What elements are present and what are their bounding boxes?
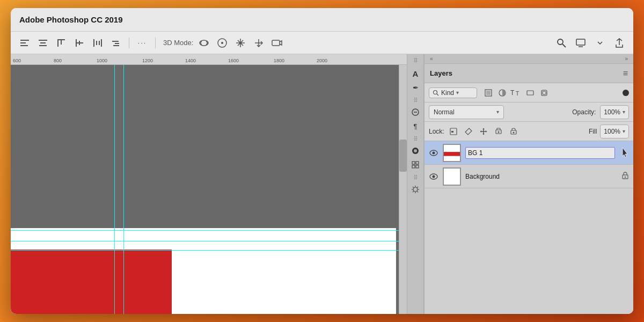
opacity-value-text: 100% — [604, 108, 620, 116]
svg-point-48 — [513, 131, 514, 133]
svg-point-58 — [433, 175, 435, 178]
align-top-icon[interactable] — [54, 35, 69, 50]
kind-chevron: ▾ — [456, 90, 459, 96]
horizontal-ruler: 600 800 1000 1200 1400 1600 1800 2000 — [11, 54, 407, 65]
layer-item-background[interactable]: Background — [425, 165, 633, 188]
brush-tool-mini[interactable] — [409, 106, 422, 119]
mini-tools-panel: A ✒ ¶ — [407, 54, 424, 314]
search-button[interactable] — [554, 35, 569, 50]
pen-tool-mini[interactable]: ✒ — [409, 81, 422, 94]
layer-thumbnail-background — [443, 167, 461, 186]
svg-point-19 — [200, 40, 208, 46]
lock-row: Lock: Fill — [425, 122, 633, 141]
ruler-mark-800: 800 — [54, 58, 62, 63]
kind-filter-icons: T T — [482, 87, 550, 99]
canvas-area: 600 800 1000 1200 1400 1600 1800 2000 — [11, 54, 407, 314]
svg-line-24 — [562, 44, 566, 47]
kind-pixel-icon[interactable] — [482, 87, 494, 99]
lock-pixels-button[interactable] — [448, 126, 459, 137]
light-tool-mini[interactable] — [409, 183, 422, 196]
ruler-marks: 600 800 1000 1200 1400 1600 1800 2000 — [11, 54, 407, 64]
ruler-mark-1800: 1800 — [274, 58, 284, 63]
svg-point-23 — [558, 39, 563, 45]
color-tool-mini[interactable] — [409, 144, 422, 157]
layers-title: Layers — [430, 69, 452, 77]
workspace-button[interactable] — [573, 35, 588, 50]
layer-name-input-bg1[interactable] — [465, 147, 615, 159]
lock-paint-button[interactable] — [463, 126, 474, 137]
svg-rect-29 — [412, 162, 415, 164]
toolbar-sep-1 — [129, 38, 129, 48]
grip-mid2 — [414, 135, 417, 142]
align-middle-icon[interactable] — [72, 35, 87, 50]
svg-rect-54 — [460, 144, 460, 162]
opacity-input[interactable]: 100% ▾ — [600, 105, 629, 119]
lock-all-button[interactable] — [508, 126, 519, 137]
layer-visibility-bg1[interactable] — [429, 148, 438, 158]
svg-rect-8 — [61, 39, 62, 45]
align-right-icon[interactable] — [108, 35, 123, 50]
svg-point-21 — [221, 42, 223, 44]
svg-rect-5 — [39, 45, 47, 46]
svg-rect-40 — [527, 91, 533, 95]
type-tool-mini[interactable]: ¶ — [409, 120, 422, 133]
ruler-mark-1000: 1000 — [97, 58, 107, 63]
toolbar-right — [554, 35, 627, 50]
3d-video-icon[interactable] — [269, 35, 284, 50]
align-left-icon[interactable] — [17, 35, 32, 50]
blend-mode-dropdown[interactable]: Normal ▾ — [429, 105, 504, 119]
kind-smart-icon[interactable] — [538, 87, 550, 99]
layer-name-background: Background — [465, 173, 617, 180]
kind-dropdown[interactable]: Kind ▾ — [429, 87, 477, 98]
blend-mode-chevron: ▾ — [496, 109, 499, 115]
toolbar-sep-2 — [155, 38, 156, 48]
fill-input[interactable]: 100% ▾ — [600, 125, 629, 138]
svg-rect-63 — [443, 185, 460, 185]
layer-lock-background — [621, 171, 629, 181]
scrollbar-thumb[interactable] — [399, 140, 407, 172]
3d-slide-icon[interactable] — [251, 35, 266, 50]
grip-top — [414, 56, 417, 64]
guide-horizontal-1 — [11, 230, 407, 231]
blend-mode-value: Normal — [434, 108, 455, 116]
collapse-right-button[interactable]: » — [623, 55, 630, 63]
more-options-button[interactable]: ··· — [135, 35, 150, 50]
svg-rect-53 — [443, 144, 444, 162]
svg-rect-6 — [57, 39, 58, 47]
main-toolbar: ··· 3D Mode: — [11, 32, 633, 54]
text-tool-mini[interactable]: A — [409, 67, 422, 80]
layers-menu-button[interactable]: ≡ — [623, 69, 628, 78]
guide-horizontal-3 — [11, 250, 407, 251]
align-center-icon[interactable] — [35, 35, 50, 50]
kind-shape-icon[interactable] — [524, 87, 536, 99]
svg-rect-37 — [486, 91, 491, 95]
svg-point-33 — [413, 187, 418, 192]
svg-rect-61 — [460, 168, 460, 185]
workspace-dropdown-button[interactable] — [592, 35, 608, 50]
3d-rotate-icon[interactable] — [196, 35, 211, 50]
layer-item-bg1[interactable] — [425, 141, 633, 165]
lock-label: Lock: — [429, 128, 444, 135]
collapse-left-button[interactable]: « — [428, 55, 435, 63]
3d-pan-icon[interactable] — [233, 35, 248, 50]
lock-artboard-button[interactable] — [493, 126, 504, 137]
canvas-viewport[interactable] — [11, 65, 407, 314]
svg-rect-62 — [443, 168, 460, 169]
3d-roll-icon[interactable] — [215, 35, 230, 50]
svg-line-35 — [437, 94, 438, 96]
lock-position-button[interactable] — [478, 126, 489, 137]
kind-text-icon[interactable]: T T — [510, 87, 522, 99]
grid-tool-mini[interactable] — [409, 158, 422, 171]
ruler-mark-1400: 1400 — [185, 58, 196, 63]
layer-thumbnail-bg1 — [443, 144, 461, 162]
kind-adjustment-icon[interactable] — [496, 87, 508, 99]
distribute-icon[interactable] — [90, 35, 105, 50]
svg-rect-4 — [40, 42, 46, 43]
svg-rect-30 — [416, 162, 419, 164]
share-button[interactable] — [612, 35, 627, 50]
svg-rect-18 — [113, 45, 119, 46]
vertical-scrollbar[interactable] — [399, 65, 407, 314]
svg-rect-22 — [272, 40, 280, 46]
svg-point-50 — [433, 151, 435, 154]
layer-visibility-background[interactable] — [429, 172, 438, 181]
